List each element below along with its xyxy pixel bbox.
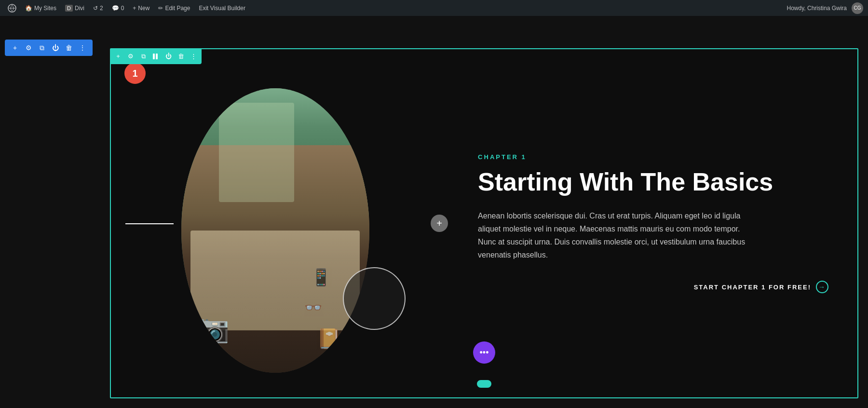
admin-bar: 🏠 My Sites D Divi ↺ 2 💬 0 + New ✏ Edit P… bbox=[0, 0, 868, 16]
svg-rect-2 bbox=[156, 54, 158, 59]
section-more-button[interactable]: ⋮ bbox=[187, 50, 200, 63]
avatar: CG bbox=[852, 2, 863, 14]
exit-visual-builder-button[interactable]: Exit Visual Builder bbox=[196, 0, 248, 16]
chapter-badge: 1 bbox=[124, 63, 146, 84]
plus-icon: + bbox=[133, 5, 136, 12]
revisions-icon: ↺ bbox=[93, 5, 98, 12]
chapter-body: Aenean lobortis scelerisque dui. Cras ut… bbox=[478, 209, 748, 262]
chapter-title: Starting With The Basics bbox=[478, 168, 828, 196]
revisions-menu[interactable]: ↺ 2 bbox=[90, 0, 106, 16]
section-toolbar: + ⚙ ⧉ ⏻ 🗑 ⋮ bbox=[110, 48, 202, 64]
row-more-button[interactable]: ⋮ bbox=[77, 42, 88, 53]
home-icon: 🏠 bbox=[25, 5, 32, 12]
row-add-button[interactable]: + bbox=[10, 42, 20, 53]
section-disable-button[interactable]: ⏻ bbox=[162, 50, 175, 63]
chapter-label: CHAPTER 1 bbox=[478, 153, 828, 161]
row-duplicate-button[interactable]: ⧉ bbox=[37, 42, 47, 53]
section-duplicate-button[interactable]: ⧉ bbox=[137, 50, 149, 63]
image-column: 📷 📔 👓 📱 + bbox=[111, 49, 439, 397]
oval-image-background: 📷 📔 👓 📱 bbox=[181, 88, 369, 373]
divi-menu[interactable]: D Divi bbox=[62, 0, 87, 16]
divi-icon: D bbox=[65, 5, 73, 12]
my-sites-menu[interactable]: 🏠 My Sites bbox=[22, 0, 59, 16]
section-columns-button[interactable] bbox=[149, 50, 162, 63]
oval-image-container: 📷 📔 👓 📱 bbox=[181, 88, 369, 373]
section-container: + ⚙ ⧉ ⏻ 🗑 ⋮ 1 bbox=[110, 48, 858, 398]
content-column: CHAPTER 1 Starting With The Basics Aenea… bbox=[439, 49, 857, 397]
row-controls-toolbar: + ⚙ ⧉ ⏻ 🗑 ⋮ bbox=[5, 40, 93, 56]
circle-overlay bbox=[343, 267, 406, 330]
scroll-indicator bbox=[477, 380, 491, 388]
comments-icon: 💬 bbox=[112, 5, 119, 12]
main-content: + ⚙ ⧉ ⏻ 🗑 ⋮ + ⚙ ⧉ ⏻ 🗑 ⋮ 1 bbox=[0, 16, 868, 408]
edit-icon: ✏ bbox=[158, 5, 163, 12]
edit-page-button[interactable]: ✏ Edit Page bbox=[155, 0, 193, 16]
section-add-button[interactable]: + bbox=[112, 50, 124, 63]
add-column-button[interactable]: + bbox=[431, 215, 448, 232]
section-delete-button[interactable]: 🗑 bbox=[175, 50, 187, 63]
row-disable-button[interactable]: ⏻ bbox=[50, 42, 61, 53]
new-menu[interactable]: + New bbox=[130, 0, 152, 16]
left-controls: + ⚙ ⧉ ⏻ 🗑 ⋮ bbox=[0, 32, 95, 408]
row-settings-button[interactable]: ⚙ bbox=[23, 42, 34, 53]
svg-rect-1 bbox=[153, 54, 155, 59]
wordpress-logo[interactable] bbox=[5, 0, 19, 16]
cta-arrow-icon: → bbox=[816, 281, 828, 293]
chapter-cta-button[interactable]: START CHAPTER 1 FOR FREE! → bbox=[478, 281, 828, 293]
more-options-button[interactable]: ••• bbox=[473, 341, 495, 364]
row-delete-button[interactable]: 🗑 bbox=[64, 42, 74, 53]
admin-bar-user: Howdy, Christina Gwira CG bbox=[787, 2, 863, 14]
decorative-line bbox=[125, 223, 174, 224]
comments-menu[interactable]: 💬 0 bbox=[109, 0, 127, 16]
section-settings-button[interactable]: ⚙ bbox=[124, 50, 137, 63]
